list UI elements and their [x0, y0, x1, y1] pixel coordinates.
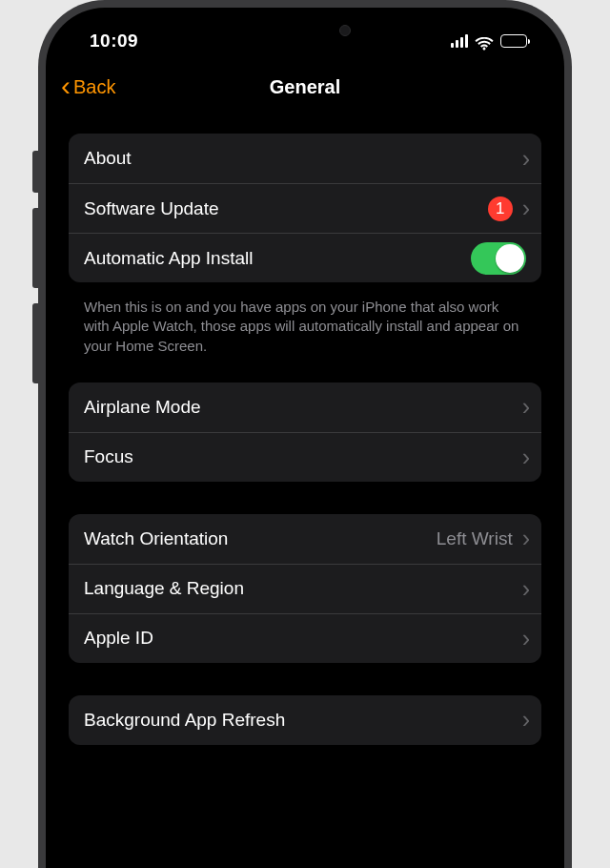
row-label: Watch Orientation [84, 528, 427, 549]
chevron-right-icon: › [522, 527, 530, 550]
update-badge: 1 [488, 196, 513, 221]
row-label: About [84, 148, 513, 169]
row-airplane-mode[interactable]: Airplane Mode › [69, 382, 541, 432]
row-language-region[interactable]: Language & Region › [69, 564, 541, 613]
row-watch-orientation[interactable]: Watch Orientation Left Wrist › [69, 514, 541, 564]
page-title: General [51, 76, 559, 98]
row-label: Apple ID [84, 628, 513, 649]
settings-group-modes: Airplane Mode › Focus › [69, 382, 541, 482]
row-about[interactable]: About › [69, 134, 541, 183]
nav-bar: ‹ Back General [51, 63, 559, 111]
chevron-right-icon: › [522, 196, 530, 220]
row-focus[interactable]: Focus › [69, 432, 541, 482]
chevron-right-icon: › [522, 577, 530, 601]
wifi-icon [475, 34, 494, 48]
row-auto-install: Automatic App Install [69, 233, 541, 282]
settings-group-background: Background App Refresh › [69, 695, 541, 745]
settings-group-device: Watch Orientation Left Wrist › Language … [69, 514, 541, 663]
row-label: Airplane Mode [84, 397, 513, 418]
chevron-right-icon: › [522, 627, 530, 651]
row-apple-id[interactable]: Apple ID › [69, 613, 541, 663]
row-detail: Left Wrist [437, 528, 513, 549]
phone-frame: 10:09 ‹ Back General Ab [38, 0, 572, 868]
notch [212, 13, 398, 48]
cellular-icon [451, 34, 468, 48]
chevron-right-icon: › [522, 147, 530, 171]
battery-icon [500, 34, 530, 48]
camera-icon [339, 25, 351, 36]
auto-install-toggle[interactable] [471, 242, 526, 275]
chevron-left-icon: ‹ [61, 72, 71, 100]
back-button[interactable]: ‹ Back [61, 73, 115, 100]
screen: 10:09 ‹ Back General Ab [51, 13, 559, 868]
status-time: 10:09 [90, 31, 138, 52]
row-label: Focus [84, 446, 513, 467]
row-label: Software Update [84, 198, 478, 219]
settings-group-general: About › Software Update 1 › Automatic Ap… [69, 134, 541, 282]
row-label: Automatic App Install [84, 248, 461, 269]
chevron-right-icon: › [522, 708, 530, 732]
group-footer: When this is on and you have apps on you… [69, 290, 541, 382]
chevron-right-icon: › [522, 445, 530, 469]
row-label: Language & Region [84, 578, 513, 599]
toggle-knob [496, 244, 524, 273]
row-label: Background App Refresh [84, 710, 513, 731]
content: About › Software Update 1 › Automatic Ap… [51, 111, 559, 745]
row-background-app-refresh[interactable]: Background App Refresh › [69, 695, 541, 745]
row-software-update[interactable]: Software Update 1 › [69, 183, 541, 233]
chevron-right-icon: › [522, 395, 530, 419]
back-label: Back [73, 76, 115, 98]
